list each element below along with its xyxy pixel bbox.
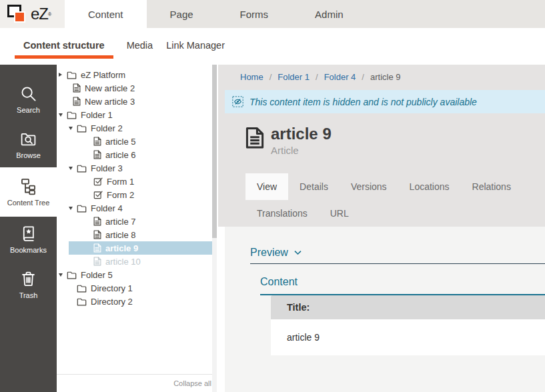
tab-view[interactable]: View bbox=[245, 173, 288, 200]
tree-item-folder-5[interactable]: Folder 5 bbox=[57, 268, 212, 281]
breadcrumb: Home/Folder 1/Folder 4/article 9 bbox=[218, 65, 545, 90]
breadcrumb-link-home[interactable]: Home bbox=[240, 72, 263, 82]
tree-item-label[interactable]: Directory 2 bbox=[91, 297, 133, 307]
article-icon bbox=[93, 150, 101, 159]
collapse-arrow-icon[interactable] bbox=[69, 207, 77, 210]
tree-item-article-5[interactable]: article 5 bbox=[57, 135, 212, 148]
tree-item-new-article-3[interactable]: New article 3 bbox=[57, 95, 212, 108]
ez-logo[interactable]: eZ ® bbox=[0, 0, 65, 28]
bookmarks-icon bbox=[19, 225, 37, 243]
tree-scrollbar-thumb[interactable] bbox=[212, 65, 217, 238]
top-tab-page[interactable]: Page bbox=[147, 0, 217, 28]
sidebar-item-content-tree[interactable]: Content Tree bbox=[0, 167, 57, 217]
tree-item-article-8[interactable]: article 8 bbox=[57, 228, 212, 241]
content-section: Content Title: article 9 bbox=[260, 276, 545, 355]
main-header: Home/Folder 1/Folder 4/article 9 This co… bbox=[218, 65, 545, 227]
tab-url[interactable]: URL bbox=[319, 200, 360, 227]
tree-item-article-9[interactable]: article 9 bbox=[57, 241, 212, 255]
tree-item-folder-3[interactable]: Folder 3 bbox=[57, 161, 212, 175]
tree-item-label[interactable]: article 6 bbox=[105, 150, 136, 160]
folder-icon bbox=[77, 124, 87, 133]
sidebar-item-label: Content Tree bbox=[7, 199, 50, 207]
tree-item-label[interactable]: Folder 4 bbox=[91, 203, 123, 213]
tab-locations[interactable]: Locations bbox=[398, 173, 461, 200]
subnav-item-content-structure[interactable]: Content structure bbox=[15, 40, 113, 59]
tree-item-folder-4[interactable]: Folder 4 bbox=[57, 201, 212, 215]
top-bar: eZ ® ContentPageFormsAdmin bbox=[0, 0, 545, 28]
breadcrumb-separator: / bbox=[269, 72, 272, 82]
subnav-item-link-manager[interactable]: Link Manager bbox=[166, 40, 225, 55]
tree-item-label[interactable]: New article 2 bbox=[85, 83, 135, 93]
tree-item-label[interactable]: Form 1 bbox=[107, 177, 134, 187]
chevron-down-icon bbox=[294, 250, 302, 255]
top-tab-admin[interactable]: Admin bbox=[292, 0, 367, 28]
subnav-item-media[interactable]: Media bbox=[127, 40, 153, 55]
collapse-arrow-icon[interactable] bbox=[69, 167, 77, 170]
secondary-nav: Content structureMediaLink Manager bbox=[0, 28, 545, 65]
top-nav: ContentPageFormsAdmin bbox=[65, 0, 545, 28]
tree-item-label[interactable]: Directory 1 bbox=[91, 283, 133, 293]
tree-item-label[interactable]: article 9 bbox=[105, 243, 138, 253]
tree-item-folder-2[interactable]: Folder 2 bbox=[57, 121, 212, 135]
tree-footer: Collapse all bbox=[57, 374, 217, 392]
collapse-arrow-icon[interactable] bbox=[69, 127, 77, 130]
content-type-label: Article bbox=[271, 145, 332, 156]
tree-item-directory-2[interactable]: Directory 2 bbox=[57, 295, 212, 308]
tree-item-label[interactable]: article 5 bbox=[105, 137, 136, 147]
folder-icon bbox=[77, 204, 87, 213]
sidebar-item-label: Browse bbox=[16, 151, 41, 159]
preview-toggle[interactable]: Preview bbox=[250, 247, 545, 259]
tree-item-folder-1[interactable]: Folder 1 bbox=[57, 108, 212, 121]
tree-item-article-6[interactable]: article 6 bbox=[57, 148, 212, 161]
collapse-arrow-icon[interactable] bbox=[59, 113, 67, 117]
tree-item-ez-platform[interactable]: eZ Platform bbox=[57, 68, 212, 81]
tree-item-article-10[interactable]: article 10 bbox=[57, 255, 212, 268]
article-icon bbox=[245, 127, 264, 149]
tab-relations[interactable]: Relations bbox=[461, 173, 522, 200]
tree-item-label[interactable]: article 7 bbox=[105, 217, 136, 227]
sidebar-item-bookmarks[interactable]: Bookmarks bbox=[0, 217, 57, 262]
tree-item-label[interactable]: Form 2 bbox=[107, 190, 134, 200]
content-tabs: ViewDetailsVersionsLocationsRelations Tr… bbox=[218, 173, 545, 227]
tab-details[interactable]: Details bbox=[288, 173, 340, 200]
hidden-notice-banner: This content item is hidden and is not p… bbox=[225, 90, 545, 113]
tree-item-label[interactable]: Folder 3 bbox=[91, 163, 123, 173]
tree-item-label[interactable]: New article 3 bbox=[85, 97, 135, 107]
tree-item-form-2[interactable]: Form 2 bbox=[57, 188, 212, 201]
sidebar-item-trash[interactable]: Trash bbox=[0, 262, 57, 307]
ez-logo-icon bbox=[7, 3, 31, 25]
tree-item-label[interactable]: Folder 5 bbox=[81, 270, 113, 280]
breadcrumb-link-folder-4[interactable]: Folder 4 bbox=[324, 72, 356, 82]
folder-icon bbox=[77, 164, 87, 173]
tree-item-article-7[interactable]: article 7 bbox=[57, 215, 212, 228]
top-tab-content[interactable]: Content bbox=[65, 0, 147, 28]
content-tree-panel: eZ PlatformNew article 2New article 3Fol… bbox=[57, 65, 217, 392]
top-tab-forms[interactable]: Forms bbox=[217, 0, 292, 28]
collapse-arrow-icon[interactable] bbox=[59, 273, 67, 277]
tab-translations[interactable]: Translations bbox=[245, 200, 319, 227]
sidebar-item-search[interactable]: Search bbox=[0, 77, 57, 122]
sidebar-item-label: Search bbox=[17, 106, 40, 114]
expand-arrow-icon[interactable] bbox=[59, 73, 67, 77]
tree-scrollbar[interactable] bbox=[212, 65, 217, 392]
form-icon bbox=[93, 190, 103, 199]
folder-icon bbox=[77, 284, 87, 293]
tree-item-label[interactable]: article 10 bbox=[105, 257, 141, 267]
content-section-label: Content bbox=[260, 276, 545, 288]
hidden-eye-icon bbox=[232, 96, 243, 107]
logo-orange-square bbox=[14, 11, 25, 23]
tree-item-label[interactable]: Folder 1 bbox=[81, 110, 113, 120]
breadcrumb-link-folder-1[interactable]: Folder 1 bbox=[278, 72, 310, 82]
tab-versions[interactable]: Versions bbox=[340, 173, 398, 200]
tree-item-label[interactable]: Folder 2 bbox=[91, 123, 123, 133]
form-icon bbox=[93, 177, 103, 186]
tree-item-label[interactable]: article 8 bbox=[105, 230, 136, 240]
article-icon bbox=[73, 83, 81, 93]
tree-item-form-1[interactable]: Form 1 bbox=[57, 175, 212, 188]
tree-item-label[interactable]: eZ Platform bbox=[81, 70, 125, 80]
collapse-all-button[interactable]: Collapse all bbox=[173, 379, 211, 387]
tree-item-new-article-2[interactable]: New article 2 bbox=[57, 81, 212, 95]
sidebar-item-browse[interactable]: Browse bbox=[0, 122, 57, 167]
field-label: Title: bbox=[271, 295, 545, 319]
tree-item-directory-1[interactable]: Directory 1 bbox=[57, 281, 212, 295]
